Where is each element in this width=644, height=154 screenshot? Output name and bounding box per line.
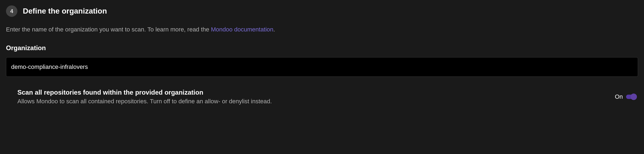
- step-description: Enter the name of the organization you w…: [6, 25, 638, 34]
- toggle-thumb: [630, 94, 637, 100]
- scan-all-toggle-section: Scan all repositories found within the p…: [6, 89, 638, 105]
- scan-all-toggle-switch[interactable]: [626, 95, 636, 99]
- toggle-control: On: [615, 93, 636, 100]
- toggle-text-container: Scan all repositories found within the p…: [17, 89, 615, 105]
- description-text-before: Enter the name of the organization you w…: [6, 26, 211, 33]
- toggle-title: Scan all repositories found within the p…: [17, 89, 615, 96]
- toggle-state-label: On: [615, 93, 623, 100]
- organization-input[interactable]: [6, 57, 638, 77]
- step-number-badge: 4: [6, 5, 17, 17]
- step-header: 4 Define the organization: [6, 5, 638, 17]
- description-text-after: .: [273, 26, 275, 33]
- documentation-link[interactable]: Mondoo documentation: [211, 26, 273, 33]
- toggle-subtitle: Allows Mondoo to scan all contained repo…: [17, 98, 615, 105]
- step-title: Define the organization: [23, 7, 107, 15]
- step-number-text: 4: [10, 8, 13, 14]
- organization-label: Organization: [6, 44, 638, 52]
